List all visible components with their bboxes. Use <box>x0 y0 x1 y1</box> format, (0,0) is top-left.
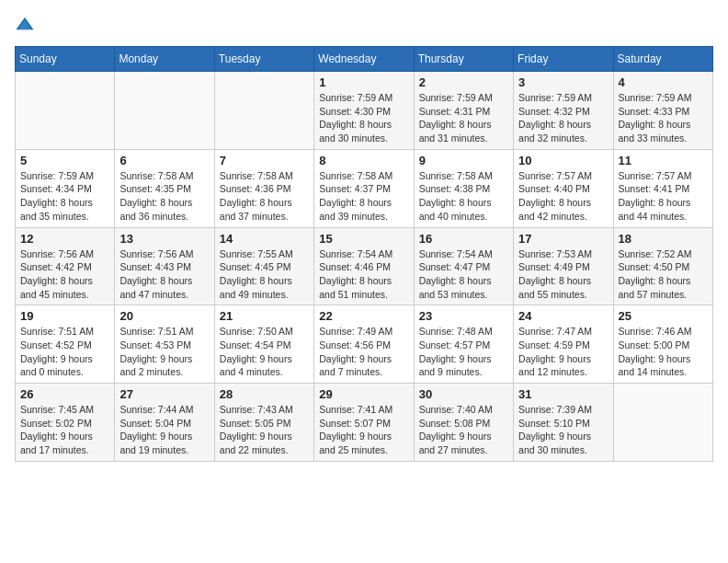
day-number: 19 <box>20 309 109 323</box>
calendar-cell <box>214 72 313 150</box>
logo-icon <box>15 15 35 35</box>
calendar-cell: 21Sunrise: 7:50 AM Sunset: 4:54 PM Dayli… <box>214 305 313 384</box>
calendar-cell: 13Sunrise: 7:56 AM Sunset: 4:43 PM Dayli… <box>115 227 214 305</box>
calendar-header-row: SundayMondayTuesdayWednesdayThursdayFrid… <box>16 47 713 72</box>
day-number: 12 <box>20 232 109 246</box>
day-number: 5 <box>20 154 109 167</box>
day-info: Sunrise: 7:54 AM Sunset: 4:46 PM Dayligh… <box>319 247 408 302</box>
calendar-cell: 7Sunrise: 7:58 AM Sunset: 4:36 PM Daylig… <box>214 149 313 227</box>
calendar-cell: 12Sunrise: 7:56 AM Sunset: 4:42 PM Dayli… <box>16 227 115 305</box>
day-info: Sunrise: 7:43 AM Sunset: 5:05 PM Dayligh… <box>220 403 309 457</box>
day-info: Sunrise: 7:56 AM Sunset: 4:43 PM Dayligh… <box>119 247 209 302</box>
day-number: 21 <box>220 309 309 323</box>
calendar-week-row: 19Sunrise: 7:51 AM Sunset: 4:52 PM Dayli… <box>16 305 713 384</box>
calendar-table: SundayMondayTuesdayWednesdayThursdayFrid… <box>15 46 713 462</box>
day-info: Sunrise: 7:54 AM Sunset: 4:47 PM Dayligh… <box>419 247 508 302</box>
calendar-week-row: 1Sunrise: 7:59 AM Sunset: 4:30 PM Daylig… <box>16 72 713 150</box>
day-info: Sunrise: 7:59 AM Sunset: 4:31 PM Dayligh… <box>419 91 508 145</box>
day-info: Sunrise: 7:53 AM Sunset: 4:49 PM Dayligh… <box>518 247 608 302</box>
calendar-cell: 18Sunrise: 7:52 AM Sunset: 4:50 PM Dayli… <box>613 227 712 305</box>
day-number: 6 <box>119 154 209 167</box>
calendar-cell: 11Sunrise: 7:57 AM Sunset: 4:41 PM Dayli… <box>613 149 712 227</box>
weekday-header-wednesday: Wednesday <box>314 47 414 72</box>
weekday-header-thursday: Thursday <box>414 47 513 72</box>
day-number: 23 <box>419 309 508 323</box>
calendar-cell: 1Sunrise: 7:59 AM Sunset: 4:30 PM Daylig… <box>314 72 414 150</box>
day-info: Sunrise: 7:44 AM Sunset: 5:04 PM Dayligh… <box>119 403 209 457</box>
calendar-cell: 16Sunrise: 7:54 AM Sunset: 4:47 PM Dayli… <box>414 227 513 305</box>
day-info: Sunrise: 7:39 AM Sunset: 5:10 PM Dayligh… <box>518 403 608 457</box>
day-number: 7 <box>220 154 309 167</box>
calendar-cell <box>115 72 214 150</box>
day-number: 31 <box>518 387 608 401</box>
day-info: Sunrise: 7:40 AM Sunset: 5:08 PM Dayligh… <box>419 403 508 457</box>
calendar-cell <box>613 384 712 462</box>
calendar-cell: 28Sunrise: 7:43 AM Sunset: 5:05 PM Dayli… <box>214 384 313 462</box>
day-number: 1 <box>319 75 408 89</box>
day-info: Sunrise: 7:52 AM Sunset: 4:50 PM Dayligh… <box>619 247 708 302</box>
day-info: Sunrise: 7:41 AM Sunset: 5:07 PM Dayligh… <box>319 403 408 457</box>
page-header <box>15 15 713 35</box>
calendar-cell: 6Sunrise: 7:58 AM Sunset: 4:35 PM Daylig… <box>115 149 214 227</box>
day-info: Sunrise: 7:58 AM Sunset: 4:36 PM Dayligh… <box>220 169 309 224</box>
calendar-cell: 23Sunrise: 7:48 AM Sunset: 4:57 PM Dayli… <box>414 305 513 384</box>
calendar-cell: 22Sunrise: 7:49 AM Sunset: 4:56 PM Dayli… <box>314 305 414 384</box>
calendar-cell: 8Sunrise: 7:58 AM Sunset: 4:37 PM Daylig… <box>314 149 414 227</box>
day-number: 22 <box>319 309 408 323</box>
day-info: Sunrise: 7:51 AM Sunset: 4:53 PM Dayligh… <box>119 325 209 379</box>
weekday-header-sunday: Sunday <box>16 47 115 72</box>
calendar-cell: 29Sunrise: 7:41 AM Sunset: 5:07 PM Dayli… <box>314 384 414 462</box>
calendar-cell: 4Sunrise: 7:59 AM Sunset: 4:33 PM Daylig… <box>613 72 712 150</box>
day-number: 24 <box>518 309 608 323</box>
day-number: 17 <box>518 232 608 246</box>
calendar-cell: 2Sunrise: 7:59 AM Sunset: 4:31 PM Daylig… <box>414 72 513 150</box>
calendar-cell: 26Sunrise: 7:45 AM Sunset: 5:02 PM Dayli… <box>16 384 115 462</box>
calendar-cell: 10Sunrise: 7:57 AM Sunset: 4:40 PM Dayli… <box>514 149 613 227</box>
day-number: 3 <box>518 75 608 89</box>
day-info: Sunrise: 7:59 AM Sunset: 4:32 PM Dayligh… <box>518 91 608 145</box>
weekday-header-saturday: Saturday <box>613 47 712 72</box>
calendar-week-row: 26Sunrise: 7:45 AM Sunset: 5:02 PM Dayli… <box>16 384 713 462</box>
day-info: Sunrise: 7:46 AM Sunset: 5:00 PM Dayligh… <box>619 325 708 379</box>
calendar-cell <box>16 72 115 150</box>
day-number: 2 <box>419 75 508 89</box>
logo <box>15 15 39 35</box>
weekday-header-monday: Monday <box>115 47 214 72</box>
day-number: 25 <box>619 309 708 323</box>
calendar-cell: 30Sunrise: 7:40 AM Sunset: 5:08 PM Dayli… <box>414 384 513 462</box>
day-number: 18 <box>619 232 708 246</box>
day-number: 28 <box>220 387 309 401</box>
day-info: Sunrise: 7:58 AM Sunset: 4:35 PM Dayligh… <box>119 169 209 224</box>
calendar-cell: 31Sunrise: 7:39 AM Sunset: 5:10 PM Dayli… <box>514 384 613 462</box>
calendar-cell: 27Sunrise: 7:44 AM Sunset: 5:04 PM Dayli… <box>115 384 214 462</box>
day-number: 10 <box>518 154 608 167</box>
day-info: Sunrise: 7:50 AM Sunset: 4:54 PM Dayligh… <box>220 325 309 379</box>
day-number: 30 <box>419 387 508 401</box>
day-number: 4 <box>619 75 708 89</box>
day-info: Sunrise: 7:51 AM Sunset: 4:52 PM Dayligh… <box>20 325 109 379</box>
calendar-cell: 14Sunrise: 7:55 AM Sunset: 4:45 PM Dayli… <box>214 227 313 305</box>
calendar-cell: 24Sunrise: 7:47 AM Sunset: 4:59 PM Dayli… <box>514 305 613 384</box>
calendar-cell: 15Sunrise: 7:54 AM Sunset: 4:46 PM Dayli… <box>314 227 414 305</box>
day-number: 13 <box>119 232 209 246</box>
day-info: Sunrise: 7:58 AM Sunset: 4:38 PM Dayligh… <box>419 169 508 224</box>
day-number: 20 <box>119 309 209 323</box>
day-number: 8 <box>319 154 408 167</box>
calendar-week-row: 5Sunrise: 7:59 AM Sunset: 4:34 PM Daylig… <box>16 149 713 227</box>
day-info: Sunrise: 7:56 AM Sunset: 4:42 PM Dayligh… <box>20 247 109 302</box>
day-number: 26 <box>20 387 109 401</box>
calendar-cell: 19Sunrise: 7:51 AM Sunset: 4:52 PM Dayli… <box>16 305 115 384</box>
day-number: 27 <box>119 387 209 401</box>
calendar-cell: 3Sunrise: 7:59 AM Sunset: 4:32 PM Daylig… <box>514 72 613 150</box>
calendar-cell: 9Sunrise: 7:58 AM Sunset: 4:38 PM Daylig… <box>414 149 513 227</box>
calendar-week-row: 12Sunrise: 7:56 AM Sunset: 4:42 PM Dayli… <box>16 227 713 305</box>
weekday-header-friday: Friday <box>514 47 613 72</box>
day-info: Sunrise: 7:48 AM Sunset: 4:57 PM Dayligh… <box>419 325 508 379</box>
day-number: 14 <box>220 232 309 246</box>
day-number: 9 <box>419 154 508 167</box>
day-info: Sunrise: 7:49 AM Sunset: 4:56 PM Dayligh… <box>319 325 408 379</box>
weekday-header-tuesday: Tuesday <box>214 47 313 72</box>
calendar-cell: 20Sunrise: 7:51 AM Sunset: 4:53 PM Dayli… <box>115 305 214 384</box>
day-number: 15 <box>319 232 408 246</box>
calendar-cell: 17Sunrise: 7:53 AM Sunset: 4:49 PM Dayli… <box>514 227 613 305</box>
